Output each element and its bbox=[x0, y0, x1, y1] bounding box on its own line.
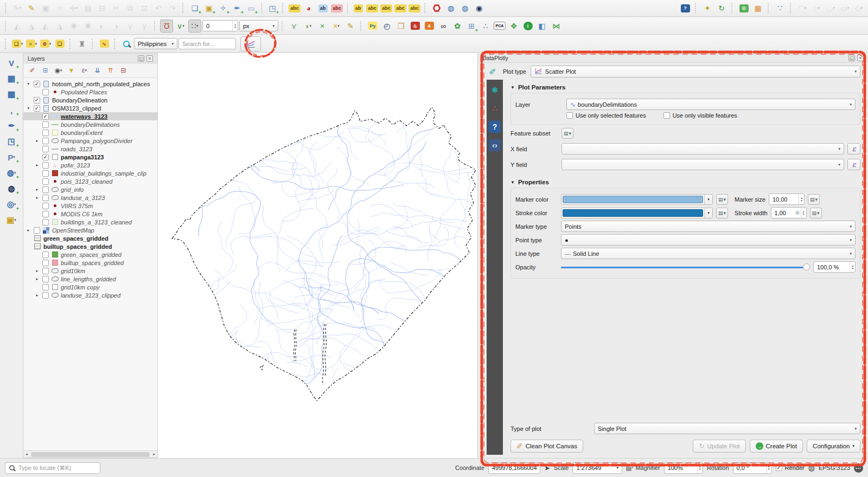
map-themes-icon[interactable]: ◉▾ bbox=[53, 65, 64, 76]
add-virtual-layer-icon[interactable]: ◳+ bbox=[4, 135, 19, 148]
plot-type-combo[interactable]: Scatter Plot ▾ bbox=[531, 66, 860, 78]
stepper-icons[interactable]: ▴▾ bbox=[697, 463, 703, 473]
layer-checkbox[interactable] bbox=[42, 284, 49, 291]
layer-checkbox[interactable] bbox=[42, 130, 49, 136]
clear-icon[interactable]: ⊗ bbox=[794, 210, 800, 216]
layer-checkbox[interactable] bbox=[42, 178, 49, 185]
render-checkbox[interactable]: ✓ Render bbox=[776, 465, 805, 471]
layer-item[interactable]: pois_3123_cleaned bbox=[23, 177, 157, 185]
stepper-icons[interactable]: ▴▾ bbox=[801, 208, 806, 218]
show-hide-label-icon[interactable]: abc bbox=[366, 2, 379, 15]
layer-item[interactable]: ✓waterways_3123 bbox=[23, 112, 157, 120]
stroke-width-override-button[interactable]: ▤ ▾ bbox=[810, 208, 822, 218]
globe-add-icon[interactable]: ◍ bbox=[444, 2, 457, 15]
grid-plugin-icon[interactable]: ⊞+ bbox=[465, 20, 478, 33]
x-field-combo[interactable]: ▾ bbox=[561, 143, 844, 154]
plugin-points-icon[interactable]: ∵ bbox=[774, 2, 787, 15]
stroke-color-override-button[interactable]: ▤ ▾ bbox=[716, 208, 728, 218]
expand-all-icon[interactable]: ⇊ bbox=[92, 65, 103, 76]
use-selected-checkbox[interactable]: Use only selected features bbox=[566, 112, 646, 119]
magnifier-spinbox[interactable]: 100% ▴▾ bbox=[664, 462, 703, 474]
feature-subset-expression-button[interactable]: ▤ ▾ bbox=[561, 128, 573, 139]
add-wfs-icon[interactable]: ◍+ bbox=[4, 182, 19, 195]
processing-model-icon[interactable]: ✦ bbox=[701, 2, 714, 15]
stroke-width-spinbox[interactable]: 1,00 ⊗ ▴▾ bbox=[771, 207, 807, 218]
temporal-controller-icon[interactable]: ◴ bbox=[380, 20, 393, 33]
expander-icon[interactable]: ▸ bbox=[34, 163, 40, 167]
globe-search-icon[interactable]: ◍ bbox=[458, 2, 471, 15]
marker-color-override-button[interactable]: ▤ ▾ bbox=[716, 194, 728, 205]
create-plot-button[interactable]: → Create Plot bbox=[750, 440, 803, 453]
quickosm-search-input[interactable]: Search for... bbox=[178, 38, 236, 49]
layer-item[interactable]: VIIRS 375m bbox=[23, 202, 157, 210]
configuration-button[interactable]: Configuration ▾ bbox=[807, 440, 860, 453]
snapping-toggle-icon[interactable]: Ω bbox=[160, 20, 173, 33]
layer-item[interactable]: boundaryDelimitations bbox=[23, 120, 157, 128]
add-postgis-icon[interactable]: P+▾ bbox=[4, 151, 19, 164]
rotate-label-icon[interactable]: abc bbox=[394, 2, 407, 15]
plot-settings-tab-icon[interactable]: ✱ bbox=[489, 84, 501, 96]
coat-of-arms-icon[interactable]: ♜ bbox=[75, 37, 88, 50]
layer-item[interactable]: buildings_a_3123_cleaned bbox=[23, 218, 157, 226]
expander-icon[interactable]: ▸ bbox=[34, 293, 40, 298]
stepper-icons[interactable]: ▴▾ bbox=[766, 463, 771, 473]
add-ows-icon[interactable]: ◎+▾ bbox=[4, 198, 19, 211]
expander-icon[interactable]: ▾ bbox=[25, 81, 31, 86]
profile-bowtie-icon[interactable]: ⋈ bbox=[550, 20, 563, 33]
add-mesh-layer-icon[interactable]: ▩+ bbox=[4, 88, 19, 101]
red-hexagon-nodes-icon[interactable] bbox=[430, 2, 443, 15]
avoid-intersections-icon[interactable]: ×▾ bbox=[330, 20, 343, 33]
layer-item[interactable]: ✓BoundaryDelineation bbox=[23, 96, 157, 104]
x-field-expression-button[interactable]: ε bbox=[847, 143, 860, 154]
map-swipe-icon[interactable]: ◧ bbox=[535, 20, 548, 33]
line-type-combo[interactable]: — Solid Line ▾ bbox=[561, 248, 856, 259]
zoom-plugin-icon[interactable]: ⊙ bbox=[737, 2, 750, 15]
layer-combo[interactable]: ∿ boundaryDelimitations ▾ bbox=[566, 99, 856, 110]
layer-checkbox[interactable] bbox=[42, 195, 49, 201]
snapping-unit-combo[interactable]: px▾ bbox=[239, 20, 278, 31]
y-field-combo[interactable]: ▾ bbox=[561, 159, 844, 170]
reshape-node-icon[interactable]: ✎ bbox=[344, 20, 357, 33]
collapse-all-icon[interactable]: ⇈ bbox=[105, 65, 116, 76]
layer-checkbox[interactable] bbox=[42, 292, 49, 299]
toggle-editing-icon[interactable]: ✎ bbox=[25, 2, 38, 15]
layer-checkbox[interactable] bbox=[42, 138, 49, 144]
layer-item[interactable]: builtup_spaces_gridded bbox=[23, 242, 157, 250]
snapping-tolerance-spinbox[interactable]: 0▴▾ bbox=[202, 20, 238, 31]
clean-plot-canvas-button[interactable]: ✐ Clean Plot Canvas bbox=[510, 440, 583, 453]
use-visible-checkbox[interactable]: Use only visible features bbox=[663, 112, 737, 119]
layer-item[interactable]: green_spaces_gridded bbox=[23, 250, 157, 259]
filter-expression-icon[interactable]: ε▾ bbox=[79, 65, 90, 76]
layer-checkbox[interactable] bbox=[42, 121, 49, 128]
layer-checkbox[interactable] bbox=[42, 219, 49, 225]
snapping-mode-icon[interactable]: ∷▾ bbox=[188, 20, 201, 33]
layer-item[interactable]: ▸line_lengths_gridded bbox=[23, 275, 157, 283]
layer-item[interactable]: ▸grid10km bbox=[23, 267, 157, 275]
expander-icon[interactable]: ▸ bbox=[25, 228, 31, 233]
refresh-attributes-icon[interactable]: ↻ bbox=[715, 2, 728, 15]
layer-checkbox[interactable] bbox=[42, 89, 49, 95]
layer-checkbox[interactable] bbox=[42, 260, 49, 266]
scale-combo[interactable]: 1:273649 ▾ bbox=[572, 462, 622, 474]
expander-icon[interactable]: ▸ bbox=[34, 276, 40, 281]
expander-icon[interactable]: ▸ bbox=[34, 187, 40, 192]
change-label-icon[interactable]: abc bbox=[408, 2, 421, 15]
opacity-slider[interactable] bbox=[561, 262, 810, 272]
coordinate-input[interactable]: 499978,1666004 bbox=[488, 462, 540, 474]
select-features-icon[interactable]: ❏▾ bbox=[11, 37, 24, 50]
classification-plugin-icon[interactable]: ✥ bbox=[507, 20, 520, 33]
layer-styling-icon[interactable]: ✐ bbox=[27, 65, 38, 76]
marker-color-picker[interactable]: ▾ bbox=[561, 194, 713, 205]
leaf-plugin-icon[interactable]: ✿ bbox=[451, 20, 464, 33]
layers-hscrollbar[interactable]: ◂ ▸ bbox=[23, 450, 157, 457]
pin-label-icon[interactable]: ab bbox=[316, 2, 329, 15]
crs-status-button[interactable]: EPSG:3123 bbox=[819, 465, 850, 471]
layer-item[interactable]: boundaryExtent bbox=[23, 128, 157, 137]
extent-tracking-icon[interactable]: ➤ bbox=[544, 464, 550, 472]
panel-close-icon[interactable]: × bbox=[146, 55, 153, 62]
network-analysis-icon[interactable]: ∴ bbox=[479, 20, 492, 33]
plot-code-tab-icon[interactable]: ‹› bbox=[489, 139, 501, 151]
layer-checkbox[interactable]: ✓ bbox=[34, 81, 40, 87]
messages-icon[interactable]: ••• bbox=[854, 463, 863, 473]
layer-checkbox[interactable] bbox=[42, 186, 49, 193]
